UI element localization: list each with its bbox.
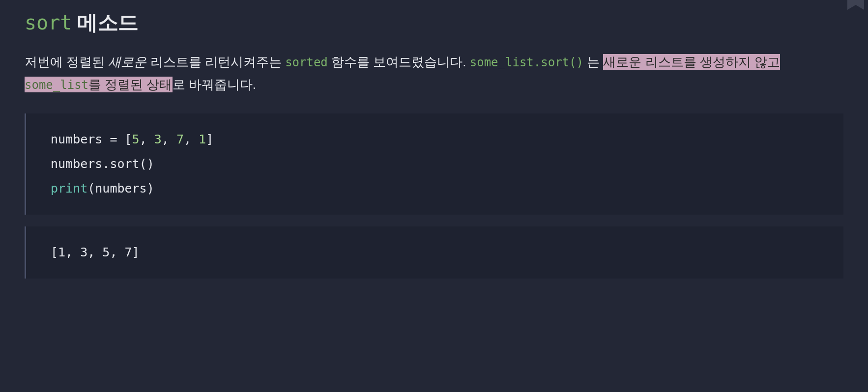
code-text: (numbers) — [87, 181, 154, 196]
code-number: 5 — [132, 132, 140, 146]
bookmark-icon[interactable] — [846, 0, 865, 11]
text: 함수를 보여드렸습니다. — [328, 55, 470, 69]
code-text: numbers = [ — [51, 132, 132, 146]
highlight-code: some_list — [25, 78, 88, 92]
emphasis: 새로운 — [108, 55, 146, 69]
code-text: ] — [206, 132, 213, 146]
code-text: , — [162, 132, 176, 146]
inline-code: sorted — [285, 56, 328, 69]
code-block-output[interactable]: [1, 3, 5, 7] — [25, 226, 843, 279]
text: 리스트를 리턴시켜주는 — [146, 55, 285, 69]
title-text: 메소드 — [72, 11, 139, 34]
code-number: 3 — [154, 132, 162, 146]
text: 로 바꿔줍니다. — [173, 77, 256, 92]
highlight-text: 새로운 리스트를 생성하지 않고 — [603, 55, 780, 69]
intro-paragraph: 저번에 정렬된 새로운 리스트를 리턴시켜주는 sorted 함수를 보여드렸습… — [25, 51, 843, 96]
inline-code: some_list.sort() — [470, 56, 583, 69]
page-title: sort 메소드 — [25, 9, 843, 36]
output-text: [1, 3, 5, 7] — [51, 245, 140, 259]
title-code: sort — [25, 11, 72, 34]
highlight-text: 를 정렬된 상태 — [88, 77, 172, 92]
code-text: , — [140, 132, 154, 146]
article-body: sort 메소드 저번에 정렬된 새로운 리스트를 리턴시켜주는 sorted … — [0, 0, 868, 310]
code-block-source[interactable]: numbers = [5, 3, 7, 1] numbers.sort() pr… — [25, 113, 843, 215]
code-text: numbers.sort() — [51, 157, 154, 171]
text: 저번에 정렬된 — [25, 55, 108, 69]
code-function: print — [51, 181, 87, 196]
code-number: 1 — [199, 132, 206, 146]
code-text: , — [184, 132, 199, 146]
text: 는 — [583, 55, 603, 69]
code-number: 7 — [176, 132, 184, 146]
